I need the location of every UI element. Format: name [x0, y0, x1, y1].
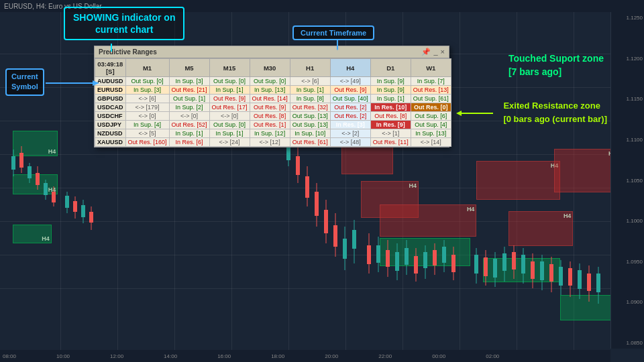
cell-h1: Out Sup. [13]	[290, 121, 330, 129]
cell-m1: <-> [6]	[125, 95, 169, 103]
cell-h4: <-> [48]	[330, 138, 370, 147]
cell-m30: Out Res. [9]	[250, 103, 290, 112]
col-header-h4: H4	[330, 59, 370, 77]
svg-rect-35	[352, 230, 356, 249]
svg-rect-73	[549, 264, 553, 282]
cell-h1: In Sup. [10]	[290, 129, 330, 138]
cell-symbol: EURUSD	[95, 86, 126, 95]
cell-symbol: USDCAD	[95, 103, 126, 112]
cell-m1: <-> [0]	[125, 112, 169, 121]
svg-rect-47	[414, 256, 418, 274]
panel-close-btn[interactable]: ×	[441, 48, 445, 56]
col-header-time: 03:49:18 [S]	[95, 59, 126, 77]
touched-support-text: Touched Suport zone[7 bars ago]	[508, 53, 604, 77]
cell-w1: Out Sup. [4]	[411, 121, 451, 129]
cell-w1: In Sup. [13]	[411, 129, 451, 138]
svg-rect-5	[28, 166, 32, 178]
svg-rect-17	[81, 205, 85, 217]
cell-d1: In Sup. [9]	[370, 77, 411, 86]
cell-m5: In Res. [6]	[169, 138, 209, 147]
arrow-timeframe	[337, 39, 338, 51]
cell-w1: Out Sup. [6]	[411, 112, 451, 121]
cell-w1: Out Sup. [61]	[411, 95, 451, 103]
cell-m30: <-> [12]	[250, 138, 290, 147]
svg-rect-71	[540, 261, 544, 280]
svg-rect-81	[587, 274, 591, 291]
cell-m15: Out Res. [17]	[209, 103, 250, 112]
col-header-h1: H1	[290, 59, 330, 77]
svg-rect-27	[315, 192, 319, 216]
svg-rect-3	[19, 153, 23, 168]
col-header-m30: M30	[250, 59, 290, 77]
cell-m1: Out Res. [160]	[125, 138, 169, 147]
svg-rect-57	[474, 255, 478, 274]
cell-h4: <-> [2]	[330, 129, 370, 138]
cell-m1: <-> [179]	[125, 103, 169, 112]
cell-h4: Out Res. [9]	[330, 86, 370, 95]
svg-rect-79	[578, 270, 582, 289]
cell-m1: <-> [5]	[125, 129, 169, 138]
predictive-ranges-panel: Predictive Ranges 📌 _ × 03:49:18 [S] M1 …	[94, 46, 449, 147]
cell-w1: <-> [14]	[411, 138, 451, 147]
svg-rect-13	[65, 196, 69, 208]
current-timeframe-text: Current Timeframe	[301, 29, 366, 37]
cell-d1: In Res. [9]	[370, 121, 411, 129]
panel-titlebar: Predictive Ranges 📌 _ ×	[95, 46, 449, 58]
cell-symbol: NZDUSD	[95, 129, 126, 138]
svg-rect-59	[484, 257, 488, 276]
svg-rect-45	[405, 248, 409, 265]
showing-annotation: SHOWING indicator oncurrent chart	[64, 7, 184, 40]
current-symbol-label: CurrentSymbol	[5, 68, 44, 96]
cell-symbol: GBPUSD	[95, 95, 126, 103]
cell-h1: Out Res. [61]	[290, 138, 330, 147]
cell-m30: Out Res. [1]	[250, 121, 290, 129]
cell-h1: Out Res. [32]	[290, 103, 330, 112]
touched-support-annotation: Touched Suport zone[7 bars ago]	[508, 52, 604, 78]
panel-controls[interactable]: 📌 _ ×	[421, 48, 445, 56]
cell-m30: Out Sup. [0]	[250, 77, 290, 86]
table-row: USDCAD<-> [179]In Sup. [2]Out Res. [17]O…	[95, 103, 451, 112]
svg-rect-69	[531, 261, 535, 279]
svg-rect-9	[44, 183, 48, 195]
panel-minimize-btn[interactable]: _	[433, 48, 437, 56]
svg-rect-41	[386, 250, 390, 267]
svg-rect-49	[423, 252, 427, 268]
svg-rect-31	[333, 225, 337, 247]
col-header-w1: W1	[411, 59, 451, 77]
cell-m15: <-> [0]	[209, 112, 250, 121]
cell-m15: In Sup. [1]	[209, 129, 250, 138]
svg-rect-67	[521, 255, 525, 274]
panel-pin-btn[interactable]: 📌	[421, 48, 431, 56]
svg-rect-15	[73, 201, 77, 212]
svg-rect-43	[395, 252, 399, 271]
svg-marker-91	[456, 111, 462, 116]
cell-m30: In Sup. [12]	[250, 129, 290, 138]
cell-d1: Out Res. [11]	[370, 138, 411, 147]
cell-m15: In Sup. [1]	[209, 86, 250, 95]
col-header-m15: M15	[209, 59, 250, 77]
cell-d1: Out Res. [8]	[370, 112, 411, 121]
cell-m5: Out Sup. [1]	[169, 95, 209, 103]
cell-m5: In Sup. [1]	[169, 129, 209, 138]
cell-m15: Out Res. [9]	[209, 95, 250, 103]
table-body: AUDUSDOut Sup. [0]In Sup. [3]Out Sup. [0…	[95, 77, 451, 147]
cell-m5: Out Res. [52]	[169, 121, 209, 129]
cell-m5: In Sup. [3]	[169, 77, 209, 86]
svg-rect-29	[324, 210, 328, 233]
svg-rect-23	[296, 156, 300, 175]
cell-h1: <-> [6]	[290, 77, 330, 86]
exited-resistance-annotation: Exited Resistance zone[0 bars ago (curre…	[503, 99, 607, 125]
svg-rect-77	[568, 268, 572, 286]
data-table: 03:49:18 [S] M1 M5 M15 M30 H1 H4 D1 W1 A…	[95, 58, 451, 147]
svg-rect-51	[433, 250, 437, 265]
svg-rect-61	[493, 259, 497, 278]
cell-symbol: AUDUSD	[95, 77, 126, 86]
svg-rect-7	[36, 173, 40, 185]
time-axis: 08:00 10:00 12:00 14:00 16:00 18:00 20:0…	[0, 350, 610, 362]
cell-h4: Out Sup. [40]	[330, 95, 370, 103]
exited-resistance-text: Exited Resistance zone[0 bars ago (curre…	[503, 101, 607, 124]
cell-m15: Out Sup. [0]	[209, 121, 250, 129]
cell-h1: In Sup. [8]	[290, 95, 330, 103]
svg-rect-37	[367, 245, 371, 264]
cell-w1: In Sup. [7]	[411, 77, 451, 86]
